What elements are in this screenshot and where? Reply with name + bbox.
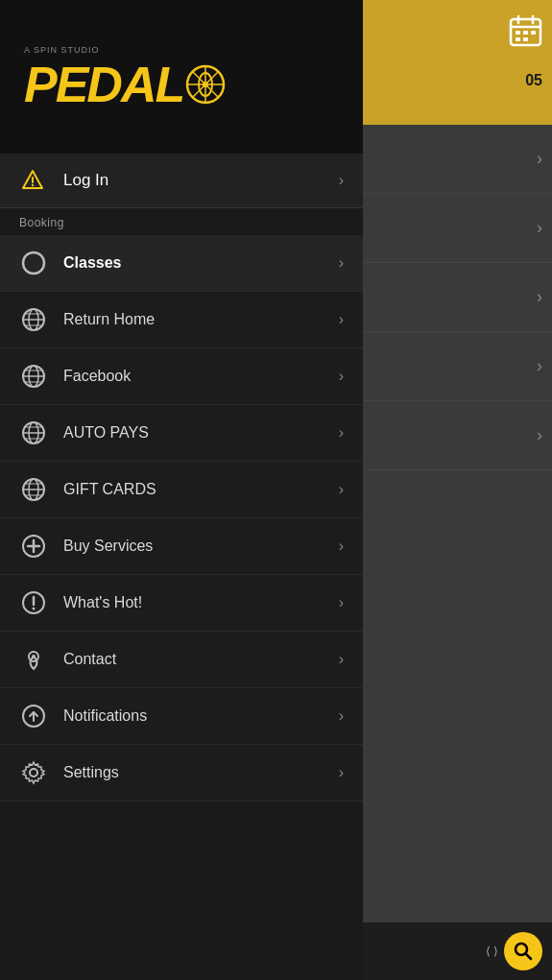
right-chevron-3: › <box>537 287 542 307</box>
studio-label: A SPIN STUDIO <box>24 45 100 55</box>
settings-label: Settings <box>63 764 339 781</box>
svg-rect-47 <box>523 31 528 35</box>
return-home-label: Return Home <box>63 311 339 328</box>
right-chevron-5: › <box>537 425 542 445</box>
right-row-1[interactable]: › <box>363 125 552 194</box>
buy-services-chevron-icon: › <box>339 538 344 555</box>
right-chevron-1: › <box>537 149 542 169</box>
classes-label: Classes <box>63 254 339 272</box>
menu-list: Classes › Return Home › Facebook › AUTO … <box>0 235 363 801</box>
classes-chevron-icon: › <box>339 254 344 272</box>
contact-label: Contact <box>63 651 339 668</box>
warning-icon <box>19 167 46 194</box>
svg-rect-49 <box>516 37 520 41</box>
contact-icon <box>19 645 48 674</box>
svg-point-10 <box>23 252 44 274</box>
return-home-icon <box>19 305 48 334</box>
login-row[interactable]: Log In › <box>0 154 363 208</box>
date-label: 05 <box>525 72 542 89</box>
notifications-label: Notifications <box>63 707 339 725</box>
whats-hot-label: What's Hot! <box>63 594 339 611</box>
svg-rect-46 <box>516 31 520 35</box>
search-button[interactable] <box>504 932 542 970</box>
buy-services-icon <box>19 532 48 561</box>
buy-services-label: Buy Services <box>63 538 339 555</box>
svg-rect-50 <box>523 37 528 41</box>
whats-hot-icon <box>19 588 48 617</box>
menu-item-contact[interactable]: Contact › <box>0 632 363 688</box>
booking-section-header: Booking <box>0 208 363 235</box>
svg-line-52 <box>526 954 532 960</box>
menu-item-notifications[interactable]: Notifications › <box>0 688 363 745</box>
menu-item-auto-pays[interactable]: AUTO PAYS › <box>0 405 363 462</box>
svg-point-36 <box>33 608 36 610</box>
calendar-icon[interactable] <box>509 14 542 48</box>
menu-item-classes[interactable]: Classes › <box>0 235 363 292</box>
svg-point-41 <box>30 769 37 777</box>
svg-point-38 <box>32 655 36 658</box>
menu-item-whats-hot[interactable]: What's Hot! › <box>0 575 363 632</box>
whats-hot-chevron-icon: › <box>339 594 344 611</box>
right-row-4[interactable]: › <box>363 332 552 401</box>
right-topbar <box>363 0 552 125</box>
svg-rect-48 <box>531 31 536 35</box>
login-chevron-icon: › <box>339 172 344 189</box>
auto-pays-chevron-icon: › <box>339 424 344 442</box>
return-home-chevron-icon: › <box>339 311 344 328</box>
facebook-label: Facebook <box>63 368 339 385</box>
right-row-3[interactable]: › <box>363 263 552 332</box>
auto-pays-icon <box>19 418 48 447</box>
right-chevron-2: › <box>537 218 542 238</box>
settings-icon <box>19 758 48 787</box>
gift-cards-chevron-icon: › <box>339 481 344 498</box>
gift-cards-label: GIFT CARDS <box>63 481 339 498</box>
gift-cards-icon <box>19 475 48 504</box>
contact-chevron-icon: › <box>339 651 344 668</box>
logo-area: A SPIN STUDIO PEDAL <box>0 0 363 154</box>
classes-icon <box>19 249 48 277</box>
facebook-chevron-icon: › <box>339 368 344 385</box>
menu-item-facebook[interactable]: Facebook › <box>0 348 363 405</box>
right-row-2[interactable]: › <box>363 194 552 263</box>
logo-wheel-icon <box>185 64 226 105</box>
menu-panel: A SPIN STUDIO PEDAL Log In › <box>0 0 363 980</box>
menu-item-settings[interactable]: Settings › <box>0 745 363 801</box>
logo-text: PEDAL <box>24 60 226 109</box>
search-bar-area: ⟨ ⟩ <box>363 922 552 980</box>
right-panel: 05 › › › › › ⟨ ⟩ <box>363 0 552 980</box>
logo-pedal: PEDAL <box>24 60 183 109</box>
svg-point-6 <box>203 82 208 87</box>
svg-point-9 <box>32 184 34 186</box>
expand-icon: ⟨ ⟩ <box>486 944 498 958</box>
menu-item-gift-cards[interactable]: GIFT CARDS › <box>0 462 363 518</box>
notifications-icon <box>19 702 48 730</box>
auto-pays-label: AUTO PAYS <box>63 424 339 442</box>
right-row-5[interactable]: › <box>363 401 552 470</box>
notifications-chevron-icon: › <box>339 707 344 725</box>
facebook-icon <box>19 362 48 391</box>
right-chevron-4: › <box>537 356 542 376</box>
settings-chevron-icon: › <box>339 764 344 781</box>
menu-item-return-home[interactable]: Return Home › <box>0 292 363 348</box>
menu-item-buy-services[interactable]: Buy Services › <box>0 518 363 575</box>
login-label: Log In <box>63 171 339 190</box>
